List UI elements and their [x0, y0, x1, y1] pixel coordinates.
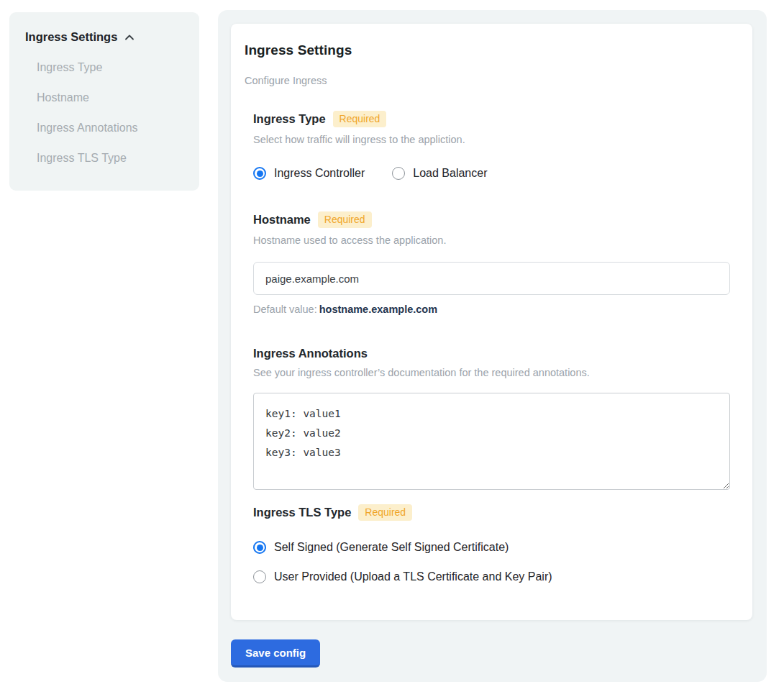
hostname-default-line: Default value:hostname.example.com: [253, 304, 730, 315]
radio-user-provided[interactable]: User Provided (Upload a TLS Certificate …: [253, 570, 730, 583]
hostname-input[interactable]: [253, 262, 730, 295]
ingress-type-radio-group: Ingress Controller Load Balancer: [253, 167, 730, 180]
chevron-up-icon[interactable]: [124, 32, 135, 42]
sidebar-group-toggle[interactable]: Ingress Settings: [25, 30, 185, 44]
sidebar-item-ingress-tls-type[interactable]: Ingress TLS Type: [37, 152, 185, 165]
section-ingress-tls-type: Ingress TLS Type Required Self Signed (G…: [253, 504, 730, 583]
ingress-type-label: Ingress Type: [253, 112, 326, 126]
radio-icon[interactable]: [392, 167, 405, 180]
sidebar-item-ingress-annotations[interactable]: Ingress Annotations: [37, 122, 185, 135]
ingress-tls-type-label: Ingress TLS Type: [253, 506, 351, 519]
sidebar-items: Ingress Type Hostname Ingress Annotation…: [37, 61, 185, 165]
ingress-tls-radio-group: Self Signed (Generate Self Signed Certif…: [253, 541, 730, 583]
required-badge: Required: [318, 211, 372, 228]
save-config-button[interactable]: Save config: [231, 639, 320, 668]
page-title: Ingress Settings: [245, 42, 730, 58]
default-prefix: Default value:: [253, 304, 317, 315]
config-panel: Ingress Settings Configure Ingress Ingre…: [218, 10, 767, 682]
section-ingress-annotations: Ingress Annotations See your ingress con…: [253, 347, 730, 490]
required-badge: Required: [333, 111, 387, 127]
required-badge: Required: [358, 504, 412, 521]
sidebar-item-hostname[interactable]: Hostname: [37, 91, 185, 104]
radio-load-balancer[interactable]: Load Balancer: [392, 167, 487, 180]
radio-icon[interactable]: [253, 167, 266, 180]
page-subtitle: Configure Ingress: [245, 75, 730, 86]
radio-self-signed[interactable]: Self Signed (Generate Self Signed Certif…: [253, 541, 730, 554]
ingress-annotations-label: Ingress Annotations: [253, 347, 368, 360]
section-ingress-type: Ingress Type Required Select how traffic…: [253, 111, 730, 180]
settings-sidebar: Ingress Settings Ingress Type Hostname I…: [9, 12, 199, 191]
sidebar-group-label: Ingress Settings: [25, 30, 117, 44]
ingress-annotations-textarea[interactable]: key1: value1 key2: value2 key3: value3: [253, 393, 730, 490]
section-hostname: Hostname Required Hostname used to acces…: [253, 211, 730, 315]
radio-icon[interactable]: [253, 541, 266, 554]
hostname-label: Hostname: [253, 213, 311, 227]
ingress-annotations-help: See your ingress controller’s documentat…: [253, 367, 730, 378]
default-value: hostname.example.com: [319, 304, 437, 315]
radio-ingress-controller[interactable]: Ingress Controller: [253, 167, 365, 180]
hostname-help: Hostname used to access the application.: [253, 234, 730, 246]
ingress-type-help: Select how traffic will ingress to the a…: [253, 134, 730, 145]
radio-icon[interactable]: [253, 570, 266, 583]
ingress-settings-card: Ingress Settings Configure Ingress Ingre…: [231, 24, 752, 620]
sidebar-item-ingress-type[interactable]: Ingress Type: [37, 61, 185, 74]
